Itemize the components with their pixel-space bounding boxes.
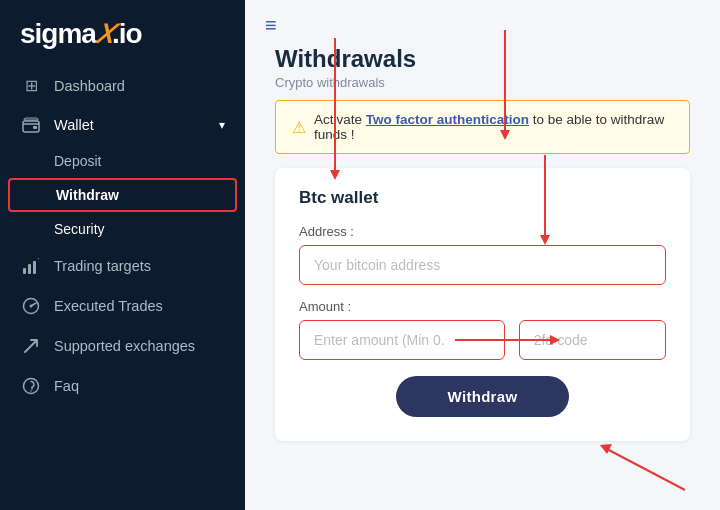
sidebar-item-deposit[interactable]: Deposit <box>0 144 245 178</box>
sidebar-item-label: Faq <box>54 378 79 394</box>
svg-marker-19 <box>600 444 612 454</box>
svg-rect-5 <box>38 258 39 259</box>
amount-input[interactable] <box>299 320 505 360</box>
logo: sigma𝘟.io <box>0 0 245 65</box>
logo-text: sigma𝘟.io <box>20 18 142 49</box>
sidebar-item-label: Withdraw <box>56 187 119 203</box>
sidebar-item-label: Executed Trades <box>54 298 163 314</box>
alert-prefix: Activate <box>314 112 366 127</box>
page-subtitle: Crypto withdrawals <box>275 75 690 90</box>
sidebar-item-label: Trading targets <box>54 258 151 274</box>
trading-targets-icon <box>20 257 42 275</box>
svg-point-9 <box>30 390 32 392</box>
sidebar: sigma𝘟.io ⊞ Dashboard Wallet ▾ Deposit W… <box>0 0 245 510</box>
logo-x: 𝘟 <box>96 18 112 49</box>
svg-rect-2 <box>23 268 26 274</box>
svg-rect-4 <box>33 261 36 274</box>
alert-icon: ⚠ <box>292 118 306 137</box>
amount-label: Amount : <box>299 299 666 314</box>
top-bar: ≡ <box>245 0 720 45</box>
alert-banner: ⚠ Activate Two factor authentication to … <box>275 100 690 154</box>
faq-icon <box>20 377 42 395</box>
chevron-down-icon: ▾ <box>219 118 225 132</box>
alert-link[interactable]: Two factor authentication <box>366 112 529 127</box>
svg-line-18 <box>605 448 685 490</box>
sidebar-item-security[interactable]: Security <box>0 212 245 246</box>
sidebar-item-supported-exchanges[interactable]: Supported exchanges <box>0 326 245 366</box>
twofa-input[interactable] <box>519 320 666 360</box>
hamburger-menu[interactable]: ≡ <box>265 14 277 37</box>
svg-rect-3 <box>28 264 31 274</box>
main-content: ≡ Withdrawals Crypto withdrawals ⚠ Activ… <box>245 0 720 510</box>
sidebar-item-label: Security <box>54 221 105 237</box>
sidebar-item-withdraw[interactable]: Withdraw <box>8 178 237 212</box>
supported-exchanges-icon <box>20 337 42 355</box>
alert-text: Activate Two factor authentication to be… <box>314 112 673 142</box>
sidebar-item-label: Wallet <box>54 117 94 133</box>
executed-trades-icon <box>20 297 42 315</box>
sidebar-item-faq[interactable]: Faq <box>0 366 245 406</box>
address-label: Address : <box>299 224 666 239</box>
withdraw-button[interactable]: Withdraw <box>396 376 570 417</box>
sidebar-item-label: Supported exchanges <box>54 338 195 354</box>
address-input[interactable] <box>299 245 666 285</box>
sidebar-item-label: Deposit <box>54 153 101 169</box>
amount-row <box>299 320 666 360</box>
svg-point-7 <box>30 305 33 308</box>
page-title: Withdrawals <box>275 45 690 73</box>
sidebar-item-label: Dashboard <box>54 78 125 94</box>
sidebar-item-trading-targets[interactable]: Trading targets <box>0 246 245 286</box>
dashboard-icon: ⊞ <box>20 76 42 95</box>
page-header: Withdrawals Crypto withdrawals <box>245 45 720 100</box>
sidebar-item-dashboard[interactable]: ⊞ Dashboard <box>0 65 245 106</box>
sidebar-item-wallet[interactable]: Wallet ▾ <box>0 106 245 144</box>
svg-rect-1 <box>33 126 37 129</box>
btc-wallet-section: Btc wallet Address : Amount : Withdraw <box>275 168 690 441</box>
section-title: Btc wallet <box>299 188 666 208</box>
wallet-icon <box>20 117 42 133</box>
sidebar-item-executed-trades[interactable]: Executed Trades <box>0 286 245 326</box>
